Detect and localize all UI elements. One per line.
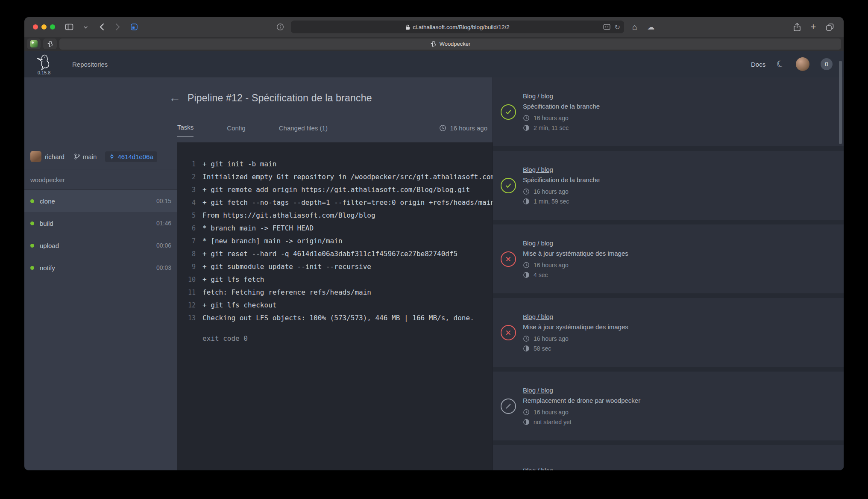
back-arrow-icon[interactable]: ← — [169, 92, 181, 104]
new-tab-icon[interactable]: + — [808, 21, 819, 32]
history-entry[interactable]: Blog / blog Mise à jour systématique des… — [493, 224, 844, 293]
pipeline-content: richard main — [24, 142, 493, 470]
entry-time: 16 hours ago — [523, 335, 628, 342]
tab-tasks[interactable]: Tasks — [177, 124, 194, 137]
repo-link[interactable]: Blog / blog — [523, 239, 628, 247]
repo-link[interactable]: Blog / blog — [523, 92, 600, 100]
log-line: 2Initialized empty Git repository in /wo… — [184, 171, 493, 183]
commit-hash: 4614d1e06a — [117, 153, 153, 160]
step-status-dot — [30, 244, 34, 248]
log-line: 3+ git remote add origin https://git.ath… — [184, 183, 493, 196]
log-line: 13Checking out LFS objects: 100% (573/57… — [184, 312, 493, 325]
log-line-number: 5 — [184, 209, 196, 222]
status-failure-icon — [501, 325, 516, 340]
cloud-icon[interactable]: ☁ — [645, 21, 657, 32]
commit-message: Spécification de la branche — [523, 103, 600, 110]
status-failure-icon — [501, 251, 516, 267]
log-line-text: + git reset --hard -q 4614d1e06a3dabf311… — [202, 248, 457, 260]
repo-link[interactable]: Blog / blog — [523, 387, 640, 394]
user-avatar[interactable] — [796, 57, 809, 71]
share-icon[interactable] — [792, 21, 803, 32]
step-status-dot — [30, 266, 34, 270]
nav-docs-link[interactable]: Docs — [751, 61, 765, 68]
history-entry-info: Blog / blog Remplacement de drone par wo… — [523, 467, 640, 470]
branch-info: main — [74, 153, 97, 160]
info-icon[interactable] — [275, 21, 286, 32]
log-line-text: + git fetch --no-tags --depth=1 --filter… — [202, 196, 493, 209]
history-entry-info: Blog / blog Remplacement de drone par wo… — [523, 387, 640, 425]
minimize-button[interactable] — [41, 24, 47, 30]
url-bar[interactable]: ci.athaliasoft.com/Blog/blog/build/12/2 … — [291, 21, 624, 33]
step-build[interactable]: build 01:46 — [24, 212, 177, 234]
log-line-number: 4 — [184, 196, 196, 209]
queue-count-badge[interactable]: 0 — [821, 58, 833, 70]
log-line: 11fetch: Fetching reference refs/heads/m… — [184, 286, 493, 299]
navbar-right: Docs ☾ 0 — [751, 57, 833, 71]
status-success-icon — [501, 104, 516, 120]
log-line-number: 11 — [184, 286, 196, 299]
step-duration: 00:15 — [156, 198, 171, 204]
commit-link[interactable]: 4614d1e06a — [105, 151, 157, 162]
log-line-text: Checking out LFS objects: 100% (573/573)… — [202, 312, 474, 325]
content-blocker-icon[interactable] — [603, 24, 610, 30]
history-entry[interactable]: Blog / blog Remplacement de drone par wo… — [493, 445, 844, 470]
history-entry[interactable]: Blog / blog Remplacement de drone par wo… — [493, 372, 844, 440]
page-icon[interactable] — [129, 21, 140, 32]
forward-button[interactable] — [112, 21, 123, 32]
sidebar-chevron-down-icon[interactable] — [80, 21, 91, 32]
tab-changed-files[interactable]: Changed files (1) — [279, 124, 328, 137]
repo-link[interactable]: Blog / blog — [523, 467, 640, 470]
tab-overview-icon[interactable] — [824, 21, 835, 32]
step-upload[interactable]: upload 00:06 — [24, 234, 177, 257]
history-entry[interactable]: Blog / blog Spécification de la branche … — [493, 151, 844, 220]
tab-strip: Woodpecker — [24, 37, 844, 51]
woodpecker-favicon — [430, 41, 437, 47]
step-name: build — [40, 220, 53, 227]
log-line: 10+ git lfs fetch — [184, 273, 493, 286]
author-name: richard — [45, 153, 65, 160]
close-button[interactable] — [33, 24, 38, 30]
log-line: 9+ git submodule update --init --recursi… — [184, 260, 493, 273]
duration-icon — [523, 272, 530, 278]
log-line: 12+ git lfs checkout — [184, 299, 493, 312]
history-entry-info: Blog / blog Mise à jour systématique des… — [523, 239, 628, 278]
nav-repositories-link[interactable]: Repositories — [72, 61, 108, 68]
home-icon[interactable]: ⌂ — [629, 21, 640, 32]
woodpecker-logo[interactable]: 0.15.8 — [35, 53, 53, 75]
back-button[interactable] — [96, 21, 107, 32]
tab-inactive-2[interactable] — [43, 38, 57, 49]
tab-inactive-1[interactable] — [27, 38, 41, 49]
tab-config[interactable]: Config — [227, 124, 245, 137]
branch-name: main — [83, 153, 97, 160]
entry-duration: not started yet — [523, 419, 640, 425]
author-avatar — [30, 151, 41, 162]
theme-toggle-moon-icon[interactable]: ☾ — [775, 58, 786, 71]
log-line-text: From https://git.athaliasoft.com/Blog/bl… — [202, 209, 375, 222]
commit-message: Mise à jour systématique des images — [523, 323, 628, 331]
workflow-label: woodpecker — [24, 169, 177, 189]
pipeline-time-label: 16 hours ago — [450, 124, 487, 132]
url-bar-actions: ↻ — [603, 23, 620, 31]
repo-link[interactable]: Blog / blog — [523, 166, 600, 173]
window-controls — [33, 24, 55, 30]
clock-icon — [523, 188, 530, 195]
status-skipped-icon — [501, 399, 516, 414]
commit-message: Mise à jour systématique des images — [523, 250, 628, 257]
browser-toolbar: ci.athaliasoft.com/Blog/blog/build/12/2 … — [24, 17, 844, 37]
woodpecker-favicon — [47, 41, 53, 47]
browser-window: ci.athaliasoft.com/Blog/blog/build/12/2 … — [24, 17, 844, 470]
log-console[interactable]: 1+ git init -b main 2Initialized empty G… — [177, 142, 493, 470]
reload-icon[interactable]: ↻ — [615, 23, 620, 31]
history-entry[interactable]: Blog / blog Spécification de la branche … — [493, 77, 844, 146]
entry-time-label: 16 hours ago — [534, 409, 569, 416]
step-notify[interactable]: notify 00:03 — [24, 257, 177, 279]
history-entry[interactable]: Blog / blog Mise à jour systématique des… — [493, 298, 844, 367]
tab-active[interactable]: Woodpecker — [59, 38, 841, 50]
fullscreen-button[interactable] — [50, 24, 55, 30]
repo-link[interactable]: Blog / blog — [523, 313, 628, 320]
entry-time: 16 hours ago — [523, 115, 600, 121]
page-scrollbar[interactable] — [839, 61, 842, 144]
sidebar-toggle-icon[interactable] — [64, 21, 75, 32]
clock-icon — [523, 409, 530, 416]
step-clone[interactable]: clone 00:15 — [24, 190, 177, 212]
